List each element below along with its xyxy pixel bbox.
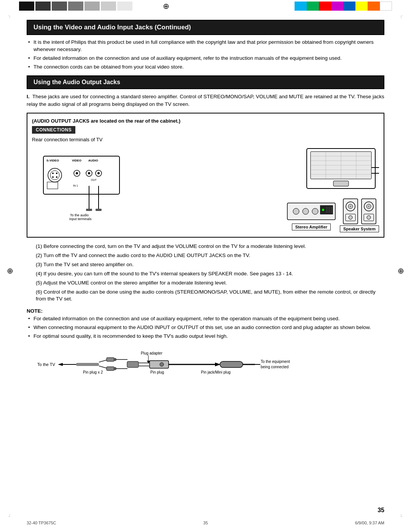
step-3: (3) Turn the TV set and stereo amplifier… <box>27 261 384 268</box>
svg-text:OUT: OUT <box>91 179 97 181</box>
intro-bullets: It is the intent of Philips that this pr… <box>27 39 384 71</box>
svg-rect-44 <box>326 207 328 213</box>
corner-mark-bottom-right: └ <box>400 514 403 519</box>
svg-text:Pin jack/Mini plug: Pin jack/Mini plug <box>201 370 231 374</box>
connections-badge: CONNECTIONS <box>32 126 75 134</box>
svg-text:IN 1: IN 1 <box>73 184 78 187</box>
svg-rect-67 <box>107 367 114 371</box>
top-bar-right <box>295 2 392 11</box>
svg-text:AUDIO: AUDIO <box>88 159 98 162</box>
svg-rect-65 <box>107 358 114 361</box>
tv-rear-svg: S-VIDEO VIDEO AUDIO <box>32 145 139 221</box>
note-bullet-2: When connecting monaural equipment to th… <box>27 324 384 331</box>
svg-rect-22 <box>96 209 102 211</box>
svg-point-7 <box>56 173 57 174</box>
svg-text:being connected: being connected <box>261 365 288 369</box>
svg-point-66 <box>113 358 116 361</box>
main-title: Using the Video and Audio Input Jacks (C… <box>27 20 384 35</box>
svg-point-6 <box>52 173 54 174</box>
intro-bullet-1: It is the intent of Philips that this pr… <box>27 39 384 53</box>
svg-text:To the audio: To the audio <box>70 213 89 217</box>
page-number: 35 <box>378 507 384 514</box>
diagram-box: (AUDIO OUTPUT JACKS are located on the r… <box>27 113 384 238</box>
svg-rect-62 <box>76 363 99 366</box>
footer-center: 35 <box>203 521 208 525</box>
stereo-amp-svg <box>287 200 336 223</box>
svg-text:S-VIDEO: S-VIDEO <box>46 159 59 162</box>
svg-point-43 <box>322 209 324 211</box>
page-footer: 32-40 TP3675C 35 6/9/00, 9:37 AM <box>27 521 384 525</box>
registration-mark-top: ⊕ <box>163 2 169 11</box>
svg-point-15 <box>97 172 100 174</box>
corner-mark-bottom-left: ┘ <box>8 514 11 519</box>
svg-point-9 <box>56 176 57 178</box>
svg-point-40 <box>303 208 309 214</box>
numbered-steps-list: (1) Before connecting the cord, turn on … <box>27 243 384 303</box>
svg-rect-45 <box>328 207 330 213</box>
rear-label: Rear connection terminals of TV <box>32 137 379 142</box>
svg-point-52 <box>349 216 352 219</box>
svg-text:To the equipment: To the equipment <box>261 359 290 364</box>
svg-point-5 <box>50 171 59 180</box>
note-bullets: For detailed information on the connecti… <box>27 315 384 340</box>
diagram-note: (AUDIO OUTPUT JACKS are located on the r… <box>32 118 379 124</box>
svg-rect-21 <box>86 209 92 211</box>
footer-left: 32-40 TP3675C <box>27 521 56 525</box>
svg-marker-61 <box>58 363 63 366</box>
svg-point-68 <box>113 367 116 370</box>
bottom-cable-diagram: To the TV Pin plug x 2 Plug adapter <box>27 346 384 382</box>
speaker-svg <box>342 198 377 225</box>
stereo-amp-label: Stereo Amplifier <box>292 224 331 230</box>
cable-diagram-svg: To the TV Pin plug x 2 Plug adapter <box>27 346 354 380</box>
intro-bullet-2: For detailed information on the connecti… <box>27 55 384 62</box>
svg-text:input terminals: input terminals <box>69 217 92 221</box>
tv-image-svg <box>303 145 379 194</box>
svg-point-56 <box>368 206 370 207</box>
svg-text:To the TV: To the TV <box>37 362 56 367</box>
intro-bullet-3: The connection cords can be obtained fro… <box>27 64 384 71</box>
reg-mark-left: ⊕ <box>7 266 13 275</box>
step-6: (6) Control of the audio can be done usi… <box>27 289 384 303</box>
svg-point-79 <box>160 363 164 366</box>
svg-point-50 <box>350 206 351 207</box>
svg-point-39 <box>293 208 299 214</box>
svg-point-58 <box>367 216 371 219</box>
svg-rect-46 <box>331 207 332 213</box>
svg-rect-35 <box>333 181 349 186</box>
svg-text:Plug adapter: Plug adapter <box>141 351 162 355</box>
note-section: NOTE: For detailed information on the co… <box>27 308 384 340</box>
note-bullet-3: For optimal sound quality, it is recomme… <box>27 333 384 340</box>
footer-right: 6/9/00, 9:37 AM <box>355 521 384 525</box>
svg-point-13 <box>88 172 90 174</box>
note-header: NOTE: <box>27 308 384 314</box>
svg-rect-75 <box>127 361 139 367</box>
connection-diagram: S-VIDEO VIDEO AUDIO <box>32 145 379 232</box>
step-5: (5) Adjust the VOLUME control on the ste… <box>27 280 384 287</box>
svg-point-41 <box>312 208 318 214</box>
speaker-label: Speaker System <box>340 225 379 232</box>
audio-bold-para: I. These jacks are used for connecting a… <box>27 93 384 109</box>
svg-point-11 <box>76 172 78 174</box>
svg-text:Pin plug x 2: Pin plug x 2 <box>83 370 103 374</box>
note-bullet-1: For detailed information on the connecti… <box>27 315 384 323</box>
step-1: (1) Before connecting the cord, turn on … <box>27 243 384 250</box>
reg-mark-right: ⊕ <box>398 266 404 275</box>
step-2: (2) Turn off the TV and connect the audi… <box>27 252 384 259</box>
audio-output-title: Using the Audio Output Jacks <box>27 75 384 89</box>
top-bar-left <box>19 2 132 11</box>
svg-text:VIDEO: VIDEO <box>72 159 81 162</box>
svg-rect-18 <box>47 182 58 189</box>
svg-point-4 <box>48 168 62 182</box>
step-4: (4) If you desire, you can turn off the … <box>27 270 384 278</box>
svg-point-8 <box>52 176 54 178</box>
svg-rect-78 <box>150 361 169 368</box>
svg-rect-82 <box>220 361 243 367</box>
svg-text:Pin plug: Pin plug <box>150 370 164 374</box>
